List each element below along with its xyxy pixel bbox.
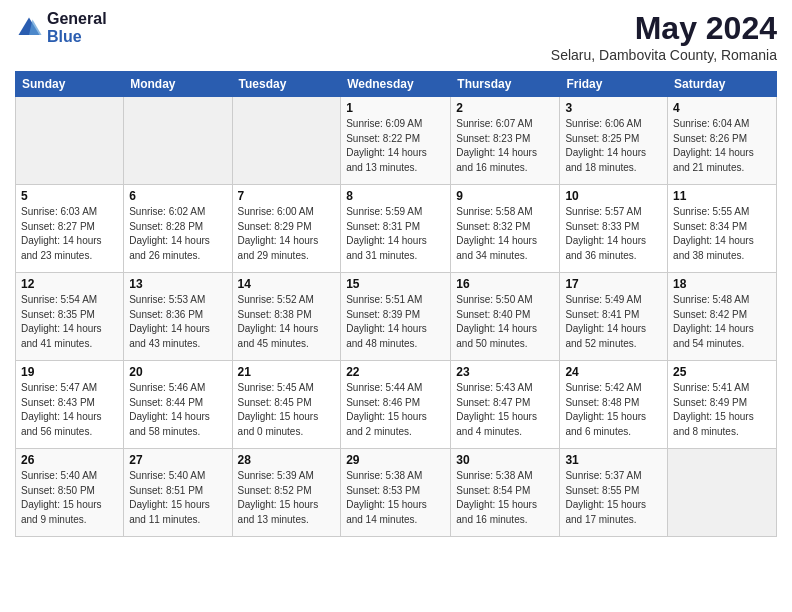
- day-info: Sunrise: 5:40 AM Sunset: 8:51 PM Dayligh…: [129, 469, 226, 527]
- day-number: 11: [673, 189, 771, 203]
- day-info: Sunrise: 5:53 AM Sunset: 8:36 PM Dayligh…: [129, 293, 226, 351]
- calendar-week-row: 1Sunrise: 6:09 AM Sunset: 8:22 PM Daylig…: [16, 97, 777, 185]
- calendar-cell: 4Sunrise: 6:04 AM Sunset: 8:26 PM Daylig…: [668, 97, 777, 185]
- column-header-wednesday: Wednesday: [341, 72, 451, 97]
- day-number: 7: [238, 189, 336, 203]
- day-number: 14: [238, 277, 336, 291]
- column-header-monday: Monday: [124, 72, 232, 97]
- day-info: Sunrise: 5:48 AM Sunset: 8:42 PM Dayligh…: [673, 293, 771, 351]
- day-info: Sunrise: 5:37 AM Sunset: 8:55 PM Dayligh…: [565, 469, 662, 527]
- day-info: Sunrise: 5:42 AM Sunset: 8:48 PM Dayligh…: [565, 381, 662, 439]
- day-number: 23: [456, 365, 554, 379]
- logo-general: General: [47, 10, 107, 27]
- calendar-week-row: 19Sunrise: 5:47 AM Sunset: 8:43 PM Dayli…: [16, 361, 777, 449]
- calendar-cell: 16Sunrise: 5:50 AM Sunset: 8:40 PM Dayli…: [451, 273, 560, 361]
- day-info: Sunrise: 5:59 AM Sunset: 8:31 PM Dayligh…: [346, 205, 445, 263]
- day-info: Sunrise: 5:57 AM Sunset: 8:33 PM Dayligh…: [565, 205, 662, 263]
- day-info: Sunrise: 5:40 AM Sunset: 8:50 PM Dayligh…: [21, 469, 118, 527]
- day-number: 15: [346, 277, 445, 291]
- page-header: General Blue May 2024 Selaru, Dambovita …: [15, 10, 777, 63]
- day-number: 31: [565, 453, 662, 467]
- column-header-tuesday: Tuesday: [232, 72, 341, 97]
- calendar-cell: 5Sunrise: 6:03 AM Sunset: 8:27 PM Daylig…: [16, 185, 124, 273]
- calendar-cell: 9Sunrise: 5:58 AM Sunset: 8:32 PM Daylig…: [451, 185, 560, 273]
- day-info: Sunrise: 5:52 AM Sunset: 8:38 PM Dayligh…: [238, 293, 336, 351]
- day-info: Sunrise: 5:50 AM Sunset: 8:40 PM Dayligh…: [456, 293, 554, 351]
- title-block: May 2024 Selaru, Dambovita County, Roman…: [551, 10, 777, 63]
- logo-icon: [15, 14, 43, 42]
- calendar-cell: 12Sunrise: 5:54 AM Sunset: 8:35 PM Dayli…: [16, 273, 124, 361]
- day-info: Sunrise: 6:00 AM Sunset: 8:29 PM Dayligh…: [238, 205, 336, 263]
- day-number: 21: [238, 365, 336, 379]
- day-number: 16: [456, 277, 554, 291]
- day-info: Sunrise: 5:39 AM Sunset: 8:52 PM Dayligh…: [238, 469, 336, 527]
- day-info: Sunrise: 5:45 AM Sunset: 8:45 PM Dayligh…: [238, 381, 336, 439]
- subtitle: Selaru, Dambovita County, Romania: [551, 47, 777, 63]
- calendar-cell: 11Sunrise: 5:55 AM Sunset: 8:34 PM Dayli…: [668, 185, 777, 273]
- day-number: 4: [673, 101, 771, 115]
- calendar-cell: 6Sunrise: 6:02 AM Sunset: 8:28 PM Daylig…: [124, 185, 232, 273]
- calendar-cell: 15Sunrise: 5:51 AM Sunset: 8:39 PM Dayli…: [341, 273, 451, 361]
- calendar-cell: 27Sunrise: 5:40 AM Sunset: 8:51 PM Dayli…: [124, 449, 232, 537]
- day-number: 20: [129, 365, 226, 379]
- day-number: 13: [129, 277, 226, 291]
- calendar-cell: 3Sunrise: 6:06 AM Sunset: 8:25 PM Daylig…: [560, 97, 668, 185]
- day-number: 29: [346, 453, 445, 467]
- calendar-cell: 13Sunrise: 5:53 AM Sunset: 8:36 PM Dayli…: [124, 273, 232, 361]
- day-info: Sunrise: 5:47 AM Sunset: 8:43 PM Dayligh…: [21, 381, 118, 439]
- calendar-cell: 26Sunrise: 5:40 AM Sunset: 8:50 PM Dayli…: [16, 449, 124, 537]
- calendar-cell: 14Sunrise: 5:52 AM Sunset: 8:38 PM Dayli…: [232, 273, 341, 361]
- calendar-cell: 17Sunrise: 5:49 AM Sunset: 8:41 PM Dayli…: [560, 273, 668, 361]
- day-number: 9: [456, 189, 554, 203]
- calendar-cell: 1Sunrise: 6:09 AM Sunset: 8:22 PM Daylig…: [341, 97, 451, 185]
- day-number: 24: [565, 365, 662, 379]
- day-number: 1: [346, 101, 445, 115]
- calendar-cell: 8Sunrise: 5:59 AM Sunset: 8:31 PM Daylig…: [341, 185, 451, 273]
- day-number: 10: [565, 189, 662, 203]
- calendar-cell: [124, 97, 232, 185]
- day-info: Sunrise: 5:54 AM Sunset: 8:35 PM Dayligh…: [21, 293, 118, 351]
- calendar-cell: 30Sunrise: 5:38 AM Sunset: 8:54 PM Dayli…: [451, 449, 560, 537]
- day-number: 3: [565, 101, 662, 115]
- day-number: 8: [346, 189, 445, 203]
- calendar-cell: [232, 97, 341, 185]
- calendar-cell: 18Sunrise: 5:48 AM Sunset: 8:42 PM Dayli…: [668, 273, 777, 361]
- day-info: Sunrise: 5:55 AM Sunset: 8:34 PM Dayligh…: [673, 205, 771, 263]
- day-number: 27: [129, 453, 226, 467]
- day-number: 17: [565, 277, 662, 291]
- day-info: Sunrise: 5:43 AM Sunset: 8:47 PM Dayligh…: [456, 381, 554, 439]
- day-info: Sunrise: 5:49 AM Sunset: 8:41 PM Dayligh…: [565, 293, 662, 351]
- day-info: Sunrise: 5:46 AM Sunset: 8:44 PM Dayligh…: [129, 381, 226, 439]
- day-info: Sunrise: 5:58 AM Sunset: 8:32 PM Dayligh…: [456, 205, 554, 263]
- day-info: Sunrise: 5:38 AM Sunset: 8:53 PM Dayligh…: [346, 469, 445, 527]
- calendar-cell: 20Sunrise: 5:46 AM Sunset: 8:44 PM Dayli…: [124, 361, 232, 449]
- day-info: Sunrise: 6:02 AM Sunset: 8:28 PM Dayligh…: [129, 205, 226, 263]
- logo: General Blue: [15, 10, 107, 46]
- calendar-week-row: 12Sunrise: 5:54 AM Sunset: 8:35 PM Dayli…: [16, 273, 777, 361]
- day-number: 26: [21, 453, 118, 467]
- logo-blue: Blue: [47, 28, 82, 45]
- calendar-header-row: SundayMondayTuesdayWednesdayThursdayFrid…: [16, 72, 777, 97]
- day-info: Sunrise: 6:03 AM Sunset: 8:27 PM Dayligh…: [21, 205, 118, 263]
- calendar-cell: 29Sunrise: 5:38 AM Sunset: 8:53 PM Dayli…: [341, 449, 451, 537]
- day-number: 6: [129, 189, 226, 203]
- calendar-cell: [16, 97, 124, 185]
- column-header-saturday: Saturday: [668, 72, 777, 97]
- day-info: Sunrise: 5:44 AM Sunset: 8:46 PM Dayligh…: [346, 381, 445, 439]
- day-info: Sunrise: 5:41 AM Sunset: 8:49 PM Dayligh…: [673, 381, 771, 439]
- calendar-cell: 22Sunrise: 5:44 AM Sunset: 8:46 PM Dayli…: [341, 361, 451, 449]
- column-header-sunday: Sunday: [16, 72, 124, 97]
- calendar-cell: 25Sunrise: 5:41 AM Sunset: 8:49 PM Dayli…: [668, 361, 777, 449]
- calendar-week-row: 5Sunrise: 6:03 AM Sunset: 8:27 PM Daylig…: [16, 185, 777, 273]
- calendar-cell: 21Sunrise: 5:45 AM Sunset: 8:45 PM Dayli…: [232, 361, 341, 449]
- day-number: 19: [21, 365, 118, 379]
- calendar-table: SundayMondayTuesdayWednesdayThursdayFrid…: [15, 71, 777, 537]
- day-info: Sunrise: 6:07 AM Sunset: 8:23 PM Dayligh…: [456, 117, 554, 175]
- day-info: Sunrise: 6:04 AM Sunset: 8:26 PM Dayligh…: [673, 117, 771, 175]
- calendar-cell: [668, 449, 777, 537]
- column-header-friday: Friday: [560, 72, 668, 97]
- day-number: 30: [456, 453, 554, 467]
- day-number: 28: [238, 453, 336, 467]
- day-number: 22: [346, 365, 445, 379]
- day-info: Sunrise: 6:09 AM Sunset: 8:22 PM Dayligh…: [346, 117, 445, 175]
